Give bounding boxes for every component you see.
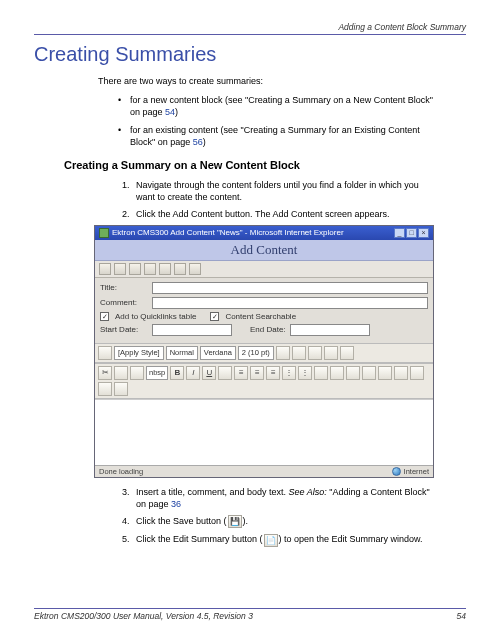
tool-btn[interactable]: [292, 346, 306, 360]
nbsp-button[interactable]: nbsp: [146, 366, 168, 380]
step-item: Click the Edit Summary button (📄) to ope…: [132, 533, 436, 546]
quicklinks-label: Add to Quicklinks table: [115, 312, 196, 321]
maximize-button[interactable]: □: [406, 228, 417, 238]
edit-summary-icon: 📄: [264, 534, 278, 547]
see-also: See Also:: [289, 487, 327, 497]
toolbar-icon[interactable]: [174, 263, 186, 275]
font-size-select[interactable]: 2 (10 pt): [238, 346, 274, 360]
step-text: Click the Edit Summary button (: [136, 534, 263, 544]
steps-list: Navigate through the content folders unt…: [132, 179, 436, 220]
comment-input[interactable]: [152, 297, 428, 309]
toolbar-icon[interactable]: [99, 263, 111, 275]
toolbar-icon[interactable]: [114, 263, 126, 275]
quicklinks-checkbox[interactable]: ✓: [100, 312, 109, 321]
step-item: Click the Add Content button. The Add Co…: [132, 208, 436, 220]
font-select[interactable]: Verdana: [200, 346, 236, 360]
step-text: Click the Save button (: [136, 516, 227, 526]
toolbar-icon[interactable]: [189, 263, 201, 275]
toolbar-icon[interactable]: [159, 263, 171, 275]
editor-format-toolbar: [Apply Style] Normal Verdana 2 (10 pt): [95, 343, 433, 363]
content-form: Title: Comment: ✓ Add to Quicklinks tabl…: [95, 278, 433, 343]
tool-btn[interactable]: [308, 346, 322, 360]
comment-label: Comment:: [100, 298, 148, 307]
bullet-text: for an existing content (see "Creating a…: [130, 125, 420, 147]
page-title: Creating Summaries: [34, 43, 466, 66]
page-number: 54: [457, 611, 466, 621]
section-heading: Creating a Summary on a New Content Bloc…: [64, 159, 466, 171]
paragraph-format-select[interactable]: Normal: [166, 346, 198, 360]
tool-btn[interactable]: [98, 346, 112, 360]
add-content-window: Ektron CMS300 Add Content "News" - Micro…: [94, 225, 434, 478]
tool-btn[interactable]: [98, 382, 112, 396]
align-left-icon[interactable]: ≡: [234, 366, 248, 380]
apply-style-select[interactable]: [Apply Style]: [114, 346, 164, 360]
tool-btn[interactable]: [346, 366, 360, 380]
searchable-checkbox[interactable]: ✓: [210, 312, 219, 321]
align-center-icon[interactable]: ≡: [250, 366, 264, 380]
page-ref: 56: [193, 137, 203, 147]
save-icon: 💾: [228, 515, 242, 528]
title-input[interactable]: [152, 282, 428, 294]
tool-btn[interactable]: [378, 366, 392, 380]
app-icon: [99, 228, 109, 238]
page-footer: Ektron CMS200/300 User Manual, Version 4…: [34, 608, 466, 621]
window-titlebar: Ektron CMS300 Add Content "News" - Micro…: [95, 226, 433, 240]
end-date-input[interactable]: [290, 324, 370, 336]
tool-btn[interactable]: [218, 366, 232, 380]
tool-btn[interactable]: [394, 366, 408, 380]
searchable-label: Content Searchable: [225, 312, 296, 321]
step-item: Click the Save button (💾).: [132, 515, 436, 528]
list-item: for a new content block (see "Creating a…: [118, 94, 436, 118]
action-toolbar: [95, 261, 433, 278]
step-text: ).: [243, 516, 249, 526]
tool-btn[interactable]: [362, 366, 376, 380]
paste-icon[interactable]: [130, 366, 144, 380]
zone-text: Internet: [404, 467, 429, 476]
tool-btn[interactable]: [340, 346, 354, 360]
header-breadcrumb: Adding a Content Block Summary: [34, 22, 466, 32]
add-content-banner: Add Content: [95, 240, 433, 261]
cut-icon[interactable]: ✂: [98, 366, 112, 380]
window-title: Ektron CMS300 Add Content "News" - Micro…: [112, 228, 344, 237]
underline-icon[interactable]: U: [202, 366, 216, 380]
minimize-button[interactable]: _: [394, 228, 405, 238]
tool-btn[interactable]: [324, 346, 338, 360]
editor-content-area[interactable]: [95, 399, 433, 465]
list-icon[interactable]: ⋮: [298, 366, 312, 380]
italic-icon[interactable]: I: [186, 366, 200, 380]
title-label: Title:: [100, 283, 148, 292]
header-rule: [34, 34, 466, 35]
screenshot-figure: Ektron CMS300 Add Content "News" - Micro…: [94, 225, 466, 478]
outdent-icon[interactable]: [314, 366, 328, 380]
editor-action-toolbar: ✂ nbsp B I U ≡ ≡ ≡ ⋮ ⋮: [95, 363, 433, 399]
bullet-tail: ): [175, 107, 178, 117]
indent-icon[interactable]: [330, 366, 344, 380]
step-item: Insert a title, comment, and body text. …: [132, 486, 436, 510]
toolbar-icon[interactable]: [144, 263, 156, 275]
end-date-label: End Date:: [250, 325, 286, 334]
intro-text: There are two ways to create summaries:: [98, 76, 466, 86]
toolbar-icon[interactable]: [129, 263, 141, 275]
copy-icon[interactable]: [114, 366, 128, 380]
status-text: Done loading: [99, 467, 143, 476]
internet-zone-icon: [392, 467, 401, 476]
start-date-label: Start Date:: [100, 325, 148, 334]
footer-rule: [34, 608, 466, 609]
status-bar: Done loading Internet: [95, 465, 433, 477]
step-item: Navigate through the content folders unt…: [132, 179, 436, 203]
footer-text: Ektron CMS200/300 User Manual, Version 4…: [34, 611, 253, 621]
step-text: ) to open the Edit Summary window.: [279, 534, 423, 544]
page-ref: 36: [171, 499, 181, 509]
align-right-icon[interactable]: ≡: [266, 366, 280, 380]
tool-btn[interactable]: [114, 382, 128, 396]
step-text: Insert a title, comment, and body text.: [136, 487, 289, 497]
bold-icon[interactable]: B: [170, 366, 184, 380]
summary-options-list: for a new content block (see "Creating a…: [118, 94, 436, 149]
list-icon[interactable]: ⋮: [282, 366, 296, 380]
tool-btn[interactable]: [276, 346, 290, 360]
tool-btn[interactable]: [410, 366, 424, 380]
close-button[interactable]: ×: [418, 228, 429, 238]
steps-list-continued: Insert a title, comment, and body text. …: [132, 486, 436, 547]
page-ref: 54: [165, 107, 175, 117]
start-date-input[interactable]: [152, 324, 232, 336]
